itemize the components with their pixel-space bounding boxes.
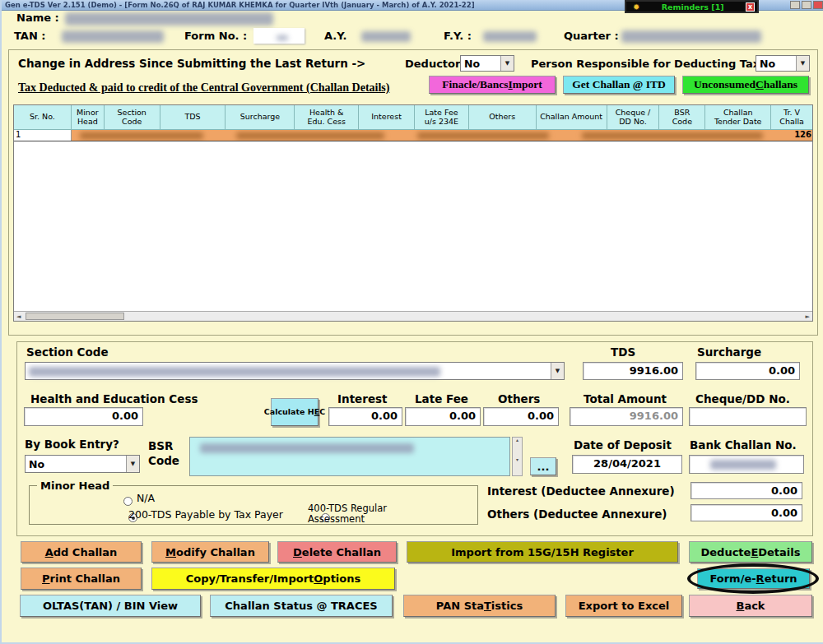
redacted-bank-challan — [710, 460, 776, 470]
reminders-popup[interactable]: ✹ Reminders [1] x — [625, 0, 759, 13]
redacted-cell — [417, 132, 549, 139]
pan-statistics-button[interactable]: PAN StaTistics — [403, 595, 556, 617]
interest-label: Interest — [337, 392, 388, 405]
bank-challan-label: Bank Challan No. — [690, 438, 797, 452]
challan-status-traces-button[interactable]: Challan Status @ TRACES — [210, 595, 393, 617]
redacted-fy-value — [483, 31, 537, 42]
quarter-label: Quarter : — [564, 30, 619, 42]
table-horizontal-scrollbar[interactable]: ◄ ► — [14, 311, 812, 321]
deductee-details-button[interactable]: DeducteE Details — [689, 541, 812, 563]
reminders-close-icon[interactable]: x — [746, 2, 755, 12]
get-challan-itd-button[interactable]: Get Challan @ ITD — [563, 76, 675, 94]
total-amount-field: 9916.00 — [570, 407, 683, 426]
hec-field[interactable]: 0.00 — [24, 407, 143, 426]
delete-challan-button[interactable]: Delete Challan — [277, 541, 397, 563]
surcharge-label: Surcharge — [697, 345, 761, 359]
book-entry-value: No — [26, 458, 126, 470]
ay-label: A.Y. — [324, 30, 346, 42]
oltas-bin-view-button[interactable]: OLTAS(TAN) / BIN View — [20, 595, 201, 617]
scroll-left-icon[interactable]: ◄ — [16, 313, 21, 320]
total-amount-label: Total Amount — [584, 392, 667, 405]
col-sr-no: Sr. No. — [14, 105, 72, 130]
bsr-scrollbar[interactable]: ▴▾ — [512, 437, 523, 476]
maximize-button[interactable] — [802, 1, 811, 9]
reminders-label: Reminders [1] — [639, 2, 746, 12]
form-no-label: Form No. : — [184, 30, 247, 42]
window-title: Gen e-TDS Ver 2.151 (Demo) - [Form No.26… — [5, 1, 475, 9]
section-code-label: Section Code — [26, 345, 109, 359]
redacted-quarter-value — [621, 30, 761, 43]
radio-400-tds-label[interactable]: 400-TDS Regular Assessment — [308, 503, 387, 524]
copy-transfer-import-button[interactable]: Copy/Transfer/Import Options — [151, 568, 395, 590]
calculate-hec-button[interactable]: Calculate HEC — [271, 398, 319, 426]
import-15g-15h-button[interactable]: Import from 15G/15H Register — [407, 541, 678, 563]
minor-head-legend: Minor Head — [37, 480, 113, 492]
cheque-dd-label: Cheque/DD No. — [695, 392, 790, 405]
row1-sr-no: 1 — [14, 130, 72, 141]
chevron-down-icon[interactable]: ▼ — [796, 56, 809, 71]
bsr-code-label: BSR Code — [148, 438, 179, 468]
redacted-ay-value — [361, 31, 411, 42]
add-challan-button[interactable]: Add Challan — [21, 541, 142, 563]
tds-label: TDS — [611, 345, 635, 359]
chevron-down-icon[interactable]: ▼ — [551, 363, 564, 379]
bsr-code-field[interactable] — [189, 437, 510, 476]
radio-na[interactable] — [123, 497, 133, 506]
person-responsible-select[interactable]: No ▼ — [756, 55, 810, 72]
redacted-bsr-code — [200, 443, 414, 453]
col-minor-head: Minor Head — [72, 105, 105, 130]
scroll-right-icon[interactable]: ► — [806, 313, 810, 320]
challan-table-body — [14, 141, 812, 311]
interest-annexure-label: Interest (Deductee Annexure) — [487, 484, 675, 498]
deductor-label: Deductor — [405, 58, 460, 70]
change-address-label: Change in Address Since Submitting the L… — [18, 57, 365, 70]
finacle-bancs-import-button[interactable]: Finacle/Bancs Import — [429, 76, 556, 94]
scrollbar-thumb[interactable] — [26, 313, 124, 320]
close-button[interactable] — [813, 1, 823, 9]
radio-na-label[interactable]: N/A — [137, 493, 155, 504]
radio-200-tds-label[interactable]: 200-TDS Payable by Tax Payer — [128, 509, 283, 521]
form-no-value-box — [253, 28, 305, 44]
date-of-deposit-field[interactable]: 28/04/2021 — [572, 455, 682, 474]
person-responsible-label: Person Responsible for Deducting Tax — [531, 58, 760, 70]
browse-ellipsis-button[interactable]: ... — [530, 457, 556, 475]
others-annexure-label: Others (Deductee Annexure) — [487, 507, 667, 521]
date-of-deposit-label: Date of Deposit — [574, 438, 672, 452]
export-to-excel-button[interactable]: Export to Excel — [565, 595, 682, 617]
challan-details-heading: Tax Deducted & paid to credit of the Cen… — [18, 81, 389, 95]
col-surcharge: Surcharge — [226, 105, 295, 130]
col-others: Others — [469, 105, 537, 130]
late-fee-label: Late Fee — [415, 392, 468, 405]
redacted-cell — [582, 132, 763, 139]
section-code-select[interactable]: ▼ — [25, 362, 565, 380]
book-entry-select[interactable]: No ▼ — [25, 455, 140, 473]
others-field[interactable]: 0.00 — [483, 407, 559, 426]
challan-table[interactable]: Sr. No. Minor Head Section Code TDS Surc… — [13, 104, 813, 322]
row1-redacted-data — [72, 130, 771, 141]
redacted-tan-value — [62, 30, 164, 43]
form-ereturn-button[interactable]: Form/e-Return — [697, 568, 810, 589]
minimize-button[interactable] — [790, 1, 800, 9]
row1-tr-v-challan: 126 — [771, 130, 812, 141]
interest-annexure-field[interactable]: 0.00 — [690, 482, 802, 499]
col-late-fee: Late Fee u/s 234E — [415, 105, 469, 130]
table-row[interactable]: 1 126 — [14, 130, 812, 141]
cheque-dd-field[interactable] — [689, 407, 807, 426]
col-cheque-dd: Cheque / DD No. — [607, 105, 660, 130]
tan-label: TAN : — [14, 30, 46, 42]
others-annexure-field[interactable]: 0.00 — [690, 504, 802, 521]
chevron-down-icon[interactable]: ▼ — [500, 56, 514, 71]
interest-field[interactable]: 0.00 — [328, 407, 402, 426]
deductor-select[interactable]: No ▼ — [460, 55, 514, 72]
late-fee-field[interactable]: 0.00 — [405, 407, 481, 426]
surcharge-field[interactable]: 0.00 — [695, 362, 800, 380]
chevron-down-icon[interactable]: ▼ — [126, 456, 139, 472]
print-challan-button[interactable]: Print Challan — [21, 568, 142, 590]
col-tr-v-challan: Tr. V Challa — [771, 105, 812, 130]
back-button[interactable]: Back — [689, 595, 812, 617]
unconsumed-challans-button[interactable]: Unconsumed Challans — [682, 76, 809, 94]
gen-etds-window: Gen e-TDS Ver 2.151 (Demo) - [Form No.26… — [0, 0, 823, 644]
modify-challan-button[interactable]: Modify Challan — [151, 541, 269, 563]
tds-field[interactable]: 9916.00 — [583, 362, 683, 380]
bank-challan-field[interactable] — [689, 455, 804, 474]
